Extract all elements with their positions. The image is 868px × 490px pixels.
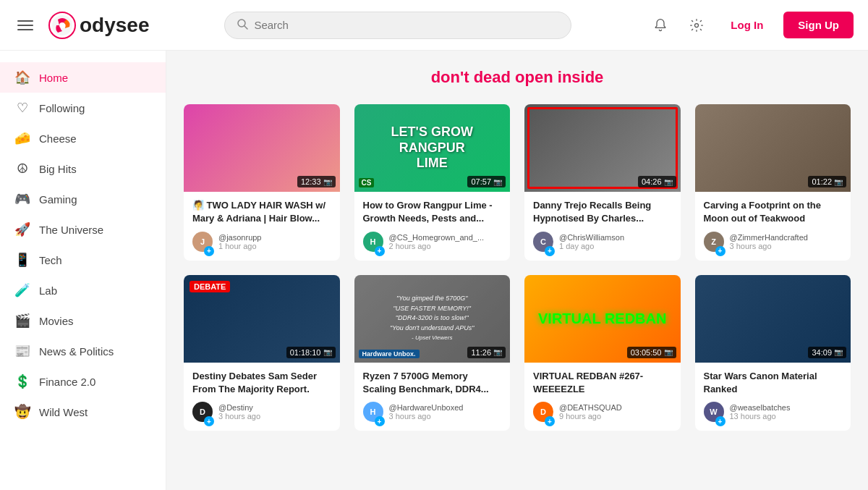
plus-icon-v5: + <box>204 416 214 426</box>
duration-badge-v5: 01:18:10 📷 <box>286 347 336 358</box>
video-card-v6[interactable]: "You gimped the 5700G""USE FASTER MEMORY… <box>354 275 511 431</box>
sidebar-label-movies: Movies <box>39 315 74 327</box>
plus-icon-v8: + <box>715 416 726 426</box>
sidebar-icon-movies: 🎬 <box>14 313 30 329</box>
thumbnail-v1: 12:33 📷 <box>184 104 340 192</box>
plus-icon-v2: + <box>375 246 385 256</box>
sidebar-icon-newspolitics: 📰 <box>14 343 30 359</box>
duration-badge-v1: 12:33 📷 <box>297 176 336 187</box>
debate-badge: DEBATE <box>190 281 230 292</box>
sidebar-item-wildwest[interactable]: 🤠 Wild West <box>0 397 166 427</box>
sidebar-icon-universe: 🚀 <box>14 221 30 237</box>
thumb-text: LET'S GROWRANGPURLIME <box>391 124 473 172</box>
duration-badge-v8: 34:09 📷 <box>808 347 846 358</box>
thumb-cs-badge: CS <box>359 178 375 187</box>
video-card-v5[interactable]: DEBATE 01:18:10 📷 Destiny Debates Sam Se… <box>184 275 340 431</box>
sidebar-item-movies[interactable]: 🎬 Movies <box>0 305 166 336</box>
video-card-v2[interactable]: LET'S GROWRANGPURLIME CS 07:57 📷 How to … <box>354 104 511 261</box>
channel-name-v5: @Destiny <box>218 403 260 412</box>
video-title-v2: How to Grow Rangpur Lime - Growth Needs,… <box>363 199 502 225</box>
sidebar-item-home[interactable]: 🏠 Home <box>0 62 166 93</box>
video-card-v1[interactable]: 12:33 📷 🧖 TWO LADY HAIR WASH w/ Mary & A… <box>184 104 340 261</box>
sidebar-item-finance[interactable]: 💲 Finance 2.0 <box>0 366 166 397</box>
video-card-v8[interactable]: 34:09 📷 Star Wars Canon Material Ranked … <box>695 275 851 431</box>
channel-name-v4: @ZimmerHandcrafted <box>730 233 808 242</box>
thumbnail-v2: LET'S GROWRANGPURLIME CS 07:57 📷 <box>354 104 511 192</box>
sidebar-label-home: Home <box>39 72 68 84</box>
sidebar-label-following: Following <box>39 102 85 114</box>
upload-time-v1: 1 hour ago <box>218 242 261 250</box>
channel-row-v4: Z + @ZimmerHandcrafted 3 hours ago <box>704 232 843 252</box>
video-info-v8: Star Wars Canon Material Ranked W + @wea… <box>695 363 851 431</box>
thumbnail-v3: 04:26 📷 <box>524 104 681 192</box>
avatar-wrap-v8: W + <box>704 402 724 422</box>
duration-badge-v6: 11:26 📷 <box>467 347 506 358</box>
video-camera-icon: 📷 <box>664 348 673 356</box>
sidebar-label-lab: Lab <box>39 284 57 297</box>
upload-time-v2: 2 hours ago <box>389 242 485 250</box>
sidebar-item-lab[interactable]: 🧪 Lab <box>0 275 166 305</box>
video-title-v8: Star Wars Canon Material Ranked <box>704 370 843 396</box>
channel-meta-v1: @jasonrupp 1 hour ago <box>218 233 261 250</box>
menu-button[interactable] <box>14 17 36 33</box>
video-card-v3[interactable]: 04:26 📷 Danny Trejo Recalls Being Hypnot… <box>524 104 681 261</box>
avatar-wrap-v4: Z + <box>704 232 724 252</box>
channel-row-v2: H + @CS_Homegrown_and_... 2 hours ago <box>363 232 502 252</box>
video-title-v7: VIRTUAL REDBAN #267-WEEEEZLE <box>533 370 672 396</box>
settings-button[interactable] <box>683 12 710 39</box>
sidebar-item-gaming[interactable]: 🎮 Gaming <box>0 184 166 214</box>
duration-text: 11:26 <box>471 348 491 357</box>
video-card-v4[interactable]: 01:22 📷 Carving a Footprint on the Moon … <box>695 104 851 261</box>
channel-meta-v7: @DEATHSQUAD 9 hours ago <box>559 403 622 421</box>
avatar-wrap-v2: H + <box>363 232 383 252</box>
header-right: Log In Sign Up <box>647 12 854 39</box>
video-title-v1: 🧖 TWO LADY HAIR WASH w/ Mary & Adriana |… <box>192 199 331 225</box>
signup-button[interactable]: Sign Up <box>783 12 854 38</box>
sidebar-item-newspolitics[interactable]: 📰 News & Politics <box>0 336 166 366</box>
hw-quote: "You gimped the 5700G""USE FASTER MEMORY… <box>390 294 474 343</box>
avatar-wrap-v5: D + <box>192 402 213 422</box>
sidebar-label-bighits: Big Hits <box>39 163 77 175</box>
upload-time-v4: 3 hours ago <box>730 242 808 250</box>
logo-icon <box>48 11 77 40</box>
sidebar-item-cheese[interactable]: 🧀 Cheese <box>0 123 166 153</box>
channel-name-v1: @jasonrupp <box>218 233 261 242</box>
video-title-v4: Carving a Footprint on the Moon out of T… <box>704 199 843 225</box>
duration-text: 04:26 <box>642 177 662 186</box>
notification-button[interactable] <box>647 12 674 39</box>
sidebar-icon-tech: 📱 <box>14 252 30 268</box>
sidebar-item-following[interactable]: ♡ Following <box>0 93 166 123</box>
channel-meta-v5: @Destiny 3 hours ago <box>218 403 260 421</box>
upload-time-v8: 13 hours ago <box>730 412 791 421</box>
thumbnail-v8: 34:09 📷 <box>695 275 851 363</box>
search-container <box>150 12 647 39</box>
sidebar-label-gaming: Gaming <box>39 193 77 206</box>
duration-text: 34:09 <box>812 348 832 357</box>
duration-badge-v4: 01:22 📷 <box>808 176 846 187</box>
sidebar: 🏠 Home ♡ Following 🧀 Cheese ☮ Big Hits 🎮… <box>0 51 166 490</box>
avatar-wrap-v6: H + <box>363 402 383 422</box>
plus-icon-v3: + <box>545 246 555 256</box>
sidebar-icon-gaming: 🎮 <box>14 191 30 207</box>
sidebar-item-tech[interactable]: 📱 Tech <box>0 245 166 275</box>
channel-meta-v8: @weaselbatches 13 hours ago <box>730 403 791 421</box>
thumbnail-v7: VIRTUAL REDBAN 03:05:50 📷 <box>524 275 681 363</box>
video-camera-icon: 📷 <box>323 348 332 356</box>
video-camera-icon: 📷 <box>493 178 502 186</box>
sidebar-label-universe: The Universe <box>39 224 103 236</box>
sidebar-item-universe[interactable]: 🚀 The Universe <box>0 214 166 245</box>
plus-icon-v4: + <box>715 246 726 256</box>
logo[interactable]: odysee <box>48 11 150 40</box>
sidebar-icon-following: ♡ <box>14 100 30 116</box>
video-card-v7[interactable]: VIRTUAL REDBAN 03:05:50 📷 VIRTUAL REDBAN… <box>524 275 681 431</box>
sidebar-item-bighits[interactable]: ☮ Big Hits <box>0 153 166 184</box>
sidebar-label-newspolitics: News & Politics <box>39 345 114 358</box>
login-button[interactable]: Log In <box>719 13 775 37</box>
main-content: don't dead open inside 12:33 📷 🧖 TWO LAD… <box>166 51 868 490</box>
search-input[interactable] <box>254 19 559 31</box>
channel-meta-v6: @HardwareUnboxed 3 hours ago <box>389 403 464 421</box>
gear-icon <box>689 18 704 33</box>
duration-text: 12:33 <box>301 177 321 186</box>
video-camera-icon: 📷 <box>323 178 332 186</box>
channel-row-v5: D + @Destiny 3 hours ago <box>192 402 331 422</box>
